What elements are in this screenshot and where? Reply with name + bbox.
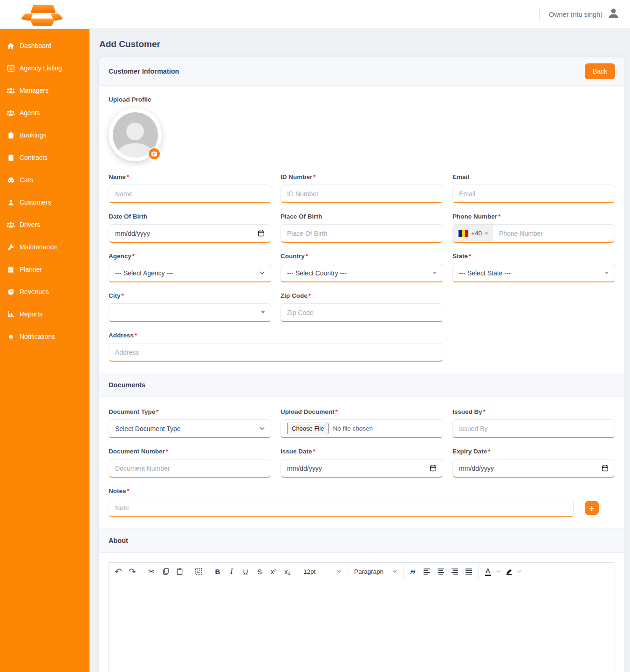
pie-chart-icon bbox=[7, 288, 15, 295]
editor-toolbar: ↶ ↷ ✂ B I U S bbox=[109, 563, 615, 580]
required-mark: * bbox=[127, 173, 129, 180]
sidebar-item-notifications[interactable]: Notifications bbox=[0, 325, 89, 348]
sidebar-item-label: Agency Listing bbox=[20, 64, 62, 72]
sidebar-item-cars[interactable]: Cars bbox=[0, 169, 89, 191]
subscript-icon[interactable]: x₂ bbox=[281, 564, 294, 579]
city-select[interactable] bbox=[109, 303, 271, 322]
agency-select[interactable]: --- Select Agency --- bbox=[109, 264, 271, 282]
required-mark: * bbox=[469, 253, 471, 260]
sidebar-item-managers[interactable]: Managers bbox=[0, 79, 89, 102]
cut-icon[interactable]: ✂ bbox=[144, 564, 158, 579]
upload-profile-widget[interactable] bbox=[109, 108, 164, 161]
chevron-down-icon[interactable] bbox=[516, 570, 523, 573]
bold-icon[interactable]: B bbox=[211, 564, 225, 579]
notes-label: Notes bbox=[109, 487, 126, 494]
email-input[interactable] bbox=[459, 190, 609, 198]
camera-icon[interactable] bbox=[148, 147, 161, 160]
italic-icon[interactable]: I bbox=[225, 564, 239, 579]
upload-document-field: Upload Document* Choose File No file cho… bbox=[281, 408, 443, 438]
user-avatar-icon[interactable] bbox=[607, 7, 620, 21]
top-header: Owner (ritu singh) bbox=[0, 0, 630, 29]
sidebar-item-agents[interactable]: Agents bbox=[0, 102, 89, 124]
align-left-icon[interactable] bbox=[420, 564, 434, 579]
issue-date-input[interactable]: mm/dd/yyyy bbox=[281, 459, 443, 478]
dial-code-selector[interactable]: +40 bbox=[453, 225, 493, 242]
issued-by-field: Issued By* bbox=[452, 408, 615, 438]
city-field: City* bbox=[109, 292, 271, 322]
bar-chart-icon bbox=[7, 311, 15, 317]
redo-icon[interactable]: ↷ bbox=[125, 564, 139, 579]
add-note-button[interactable]: + bbox=[585, 501, 599, 515]
align-right-icon[interactable] bbox=[448, 564, 462, 579]
upload-document-input[interactable]: Choose File No file chosen bbox=[281, 419, 443, 438]
required-mark: * bbox=[313, 173, 315, 180]
sidebar-item-agency-listing[interactable]: Agency Listing bbox=[0, 57, 89, 79]
calendar-picker-icon[interactable] bbox=[258, 230, 265, 237]
id-number-input[interactable] bbox=[287, 190, 437, 198]
customer-information-body: Upload Profile Name* bbox=[99, 86, 624, 672]
date-of-birth-label: Date Of Birth bbox=[109, 213, 147, 220]
superscript-icon[interactable]: x² bbox=[267, 564, 281, 579]
date-of-birth-input[interactable]: mm/dd/yyyy bbox=[109, 224, 271, 243]
page-title: Add Customer bbox=[99, 39, 624, 49]
choose-file-button[interactable]: Choose File bbox=[287, 423, 329, 434]
notes-input[interactable] bbox=[115, 504, 567, 512]
align-justify-icon[interactable] bbox=[462, 564, 476, 579]
state-select[interactable]: --- Select State --- bbox=[452, 264, 615, 282]
editor-content-area[interactable] bbox=[109, 580, 615, 672]
email-field: Email bbox=[452, 173, 615, 203]
clipboard-icon bbox=[7, 132, 15, 139]
place-of-birth-input[interactable] bbox=[287, 230, 437, 237]
expiry-date-input[interactable]: mm/dd/yyyy bbox=[452, 459, 615, 478]
sidebar-item-customers[interactable]: Customers bbox=[0, 191, 89, 213]
customer-information-header: Customer Information Back bbox=[99, 57, 624, 86]
align-center-icon[interactable] bbox=[434, 564, 448, 579]
sidebar-item-label: Dashboard bbox=[20, 42, 52, 49]
chevron-down-icon[interactable] bbox=[495, 570, 502, 573]
strikethrough-icon[interactable]: S bbox=[253, 564, 267, 579]
sidebar-item-bookings[interactable]: Bookings bbox=[0, 124, 89, 146]
state-label: State bbox=[452, 253, 468, 260]
brand-logo[interactable] bbox=[0, 2, 68, 27]
calendar-picker-icon[interactable] bbox=[602, 465, 609, 472]
place-of-birth-field: Place Of Birth bbox=[281, 213, 443, 243]
text-color-icon[interactable]: A bbox=[481, 564, 495, 579]
zip-code-input[interactable] bbox=[287, 309, 437, 316]
required-mark: * bbox=[498, 213, 500, 220]
country-select[interactable]: --- Select Country --- bbox=[281, 264, 443, 282]
sidebar-item-label: Reports bbox=[20, 310, 42, 318]
document-type-select[interactable]: Select Document Type bbox=[109, 419, 271, 438]
back-button[interactable]: Back bbox=[585, 63, 615, 79]
sidebar-item-maintenance[interactable]: Maintenance bbox=[0, 236, 89, 258]
blockquote-icon[interactable]: ” bbox=[406, 564, 420, 579]
address-input[interactable] bbox=[115, 349, 437, 356]
required-mark: * bbox=[483, 408, 486, 415]
sidebar-item-revenues[interactable]: Revenues bbox=[0, 281, 89, 303]
copy-icon[interactable] bbox=[158, 564, 172, 579]
issued-by-input[interactable] bbox=[459, 425, 609, 432]
highlight-color-icon[interactable] bbox=[502, 564, 516, 579]
car-logo-icon bbox=[16, 2, 68, 27]
name-field: Name* bbox=[109, 173, 271, 203]
block-format-dropdown[interactable]: Paragraph bbox=[350, 564, 401, 579]
sidebar-item-contracts[interactable]: Contracts bbox=[0, 146, 89, 169]
select-all-icon[interactable] bbox=[192, 564, 205, 579]
underline-icon[interactable]: U bbox=[239, 564, 253, 579]
sidebar-item-planner[interactable]: Planner bbox=[0, 258, 89, 281]
users-icon bbox=[7, 221, 15, 228]
calendar-picker-icon[interactable] bbox=[430, 465, 437, 472]
sidebar-item-label: Contracts bbox=[20, 154, 48, 161]
document-number-input[interactable] bbox=[115, 465, 265, 472]
sidebar-item-dashboard[interactable]: Dashboard bbox=[0, 34, 89, 57]
undo-icon[interactable]: ↶ bbox=[111, 564, 125, 579]
address-label: Address bbox=[109, 332, 134, 339]
sidebar-item-reports[interactable]: Reports bbox=[0, 303, 89, 325]
font-size-dropdown[interactable]: 12pt bbox=[300, 564, 345, 579]
paste-icon[interactable] bbox=[172, 564, 186, 579]
rich-text-editor: ↶ ↷ ✂ B I U S bbox=[109, 562, 615, 672]
name-input[interactable] bbox=[115, 190, 265, 198]
sidebar-item-label: Managers bbox=[20, 87, 48, 94]
phone-number-input[interactable] bbox=[493, 230, 615, 237]
sidebar-item-drivers[interactable]: Drivers bbox=[0, 213, 89, 236]
required-mark: * bbox=[122, 292, 124, 299]
